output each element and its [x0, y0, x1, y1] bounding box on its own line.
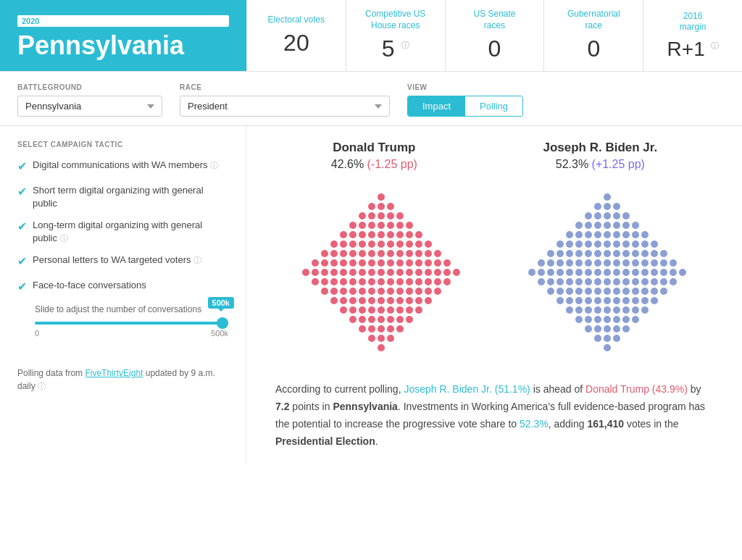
race-select[interactable]: President	[180, 96, 390, 117]
race-group: RACE President	[180, 83, 390, 117]
stat-2016-margin-value: R+1 ⓘ	[667, 38, 719, 61]
margin-info-icon[interactable]: ⓘ	[711, 41, 719, 49]
trump-pct: 42.6% (-1.25 pp)	[331, 158, 417, 171]
state-name: Pennsylvania	[17, 31, 229, 60]
check-icon-1: ✔	[17, 159, 27, 175]
tactic-item-1: ✔ Digital communications with WA members…	[17, 159, 228, 175]
tactic-label-2: Short term digital organizing with gener…	[33, 184, 228, 210]
fivethirtyeight-link[interactable]: FiveThirtyEight	[85, 368, 143, 378]
point-diff: 7.2	[275, 401, 289, 412]
battleground-select[interactable]: Pennsylvania	[17, 96, 162, 117]
view-label: VIEW	[407, 83, 523, 91]
trump-highlight: Donald Trump (43.9%)	[585, 383, 688, 395]
tactic-item-3: ✔ Long-term digital organizing with gene…	[17, 219, 228, 245]
tactic-label-5: Face-to-face conversations	[33, 279, 146, 292]
stat-electoral-votes-value: 20	[283, 30, 309, 57]
slider-max: 500k	[211, 329, 228, 338]
stat-electoral-votes: Electoral votes 20	[246, 0, 346, 71]
new-pct: 52.3%	[520, 418, 549, 430]
controls-row: BATTLEGROUND Pennsylvania RACE President…	[0, 72, 742, 126]
check-icon-5: ✔	[17, 279, 27, 295]
view-impact-btn[interactable]: Impact	[408, 96, 465, 116]
polling-note-prefix: Polling data from	[17, 368, 85, 378]
battleground-group: BATTLEGROUND Pennsylvania	[17, 83, 162, 117]
check-icon-2: ✔	[17, 184, 27, 200]
stat-2016-margin-label: 2016margin	[680, 11, 706, 33]
dot-grids	[268, 185, 720, 359]
check-icon-4: ✔	[17, 254, 27, 269]
biden-delta: (+1.25 pp)	[592, 158, 645, 170]
biden-info: Joseph R. Biden Jr. 52.3% (+1.25 pp)	[543, 141, 657, 171]
stat-gov-race-value: 0	[587, 35, 600, 62]
biden-name: Joseph R. Biden Jr.	[543, 141, 657, 155]
polling-info-icon[interactable]: ⓘ	[38, 382, 46, 390]
added-votes: 161,410	[587, 418, 624, 430]
tactic-info-4[interactable]: ⓘ	[193, 256, 201, 264]
tactic-info-1[interactable]: ⓘ	[210, 161, 218, 170]
stat-gov-race: Gubernatorialrace 0	[543, 0, 643, 71]
view-toggle: Impact Polling	[407, 96, 523, 117]
tactic-info-3[interactable]: ⓘ	[60, 234, 68, 243]
stat-house-races-label: Competitive USHouse races	[365, 9, 425, 31]
stat-2016-margin: 2016margin R+1 ⓘ	[643, 0, 742, 71]
info-icon[interactable]: ⓘ	[401, 41, 409, 50]
tactic-label-4: Personal letters to WA targeted voters ⓘ	[33, 254, 201, 267]
slider-handle[interactable]: 500k	[217, 317, 228, 329]
slider-min: 0	[35, 329, 39, 338]
stat-senate-races-label: US Senateraces	[473, 9, 515, 31]
header: 2020 Pennsylvania Electoral votes 20 Com…	[0, 0, 742, 72]
header-stats: Electoral votes 20 Competitive USHouse r…	[246, 0, 742, 71]
stat-house-races: Competitive USHouse races 5 ⓘ	[346, 0, 445, 71]
year-badge: 2020	[17, 15, 229, 27]
stat-senate-races-value: 0	[488, 35, 501, 62]
tactic-item-5: ✔ Face-to-face conversations	[17, 279, 228, 295]
slider-section: Slide to adjust the number of conversati…	[17, 304, 228, 338]
slider-label: Slide to adjust the number of conversati…	[35, 304, 228, 316]
tactic-label-1: Digital communications with WA members ⓘ	[33, 159, 218, 172]
view-group: VIEW Impact Polling	[407, 83, 523, 117]
check-icon-3: ✔	[17, 219, 27, 235]
stat-senate-races: US Senateraces 0	[445, 0, 544, 71]
polling-note: Polling data from FiveThirtyEight update…	[17, 367, 228, 393]
tactic-item-4: ✔ Personal letters to WA targeted voters…	[17, 254, 228, 269]
tactic-item-2: ✔ Short term digital organizing with gen…	[17, 184, 228, 210]
tactic-label-3: Long-term digital organizing with genera…	[33, 219, 228, 245]
race-label: RACE	[180, 83, 390, 91]
biden-dot-grid	[520, 185, 694, 359]
stat-house-races-value: 5 ⓘ	[382, 35, 409, 62]
trump-info: Donald Trump 42.6% (-1.25 pp)	[331, 141, 417, 171]
slider-track: 500k	[35, 322, 228, 325]
trump-name: Donald Trump	[331, 141, 417, 155]
slider-tooltip: 500k	[208, 297, 234, 309]
stat-electoral-votes-label: Electoral votes	[268, 14, 325, 26]
sidebar: SELECT CAMPAIGN TACTIC ✔ Digital communi…	[0, 126, 246, 464]
battleground-label: BATTLEGROUND	[17, 83, 162, 91]
candidates-row: Donald Trump 42.6% (-1.25 pp) Joseph R. …	[268, 141, 720, 171]
stat-gov-race-label: Gubernatorialrace	[567, 9, 620, 31]
view-polling-btn[interactable]: Polling	[465, 96, 522, 116]
state-block: 2020 Pennsylvania	[0, 0, 246, 71]
biden-pct: 52.3% (+1.25 pp)	[543, 158, 657, 171]
biden-highlight: Joseph R. Biden Jr. (51.1%)	[404, 383, 530, 395]
trump-dot-grid	[294, 185, 468, 359]
main-content: SELECT CAMPAIGN TACTIC ✔ Digital communi…	[0, 126, 742, 464]
right-content: Donald Trump 42.6% (-1.25 pp) Joseph R. …	[246, 126, 742, 464]
summary-text: According to current polling, Joseph R. …	[268, 381, 720, 450]
trump-delta: (-1.25 pp)	[367, 158, 417, 170]
election-highlight: Presidential Election	[275, 435, 375, 447]
slider-range: 0 500k	[35, 329, 228, 338]
state-highlight: Pennsylvania	[333, 401, 398, 412]
tactics-title: SELECT CAMPAIGN TACTIC	[17, 141, 228, 149]
slider-container: 500k	[35, 322, 228, 325]
